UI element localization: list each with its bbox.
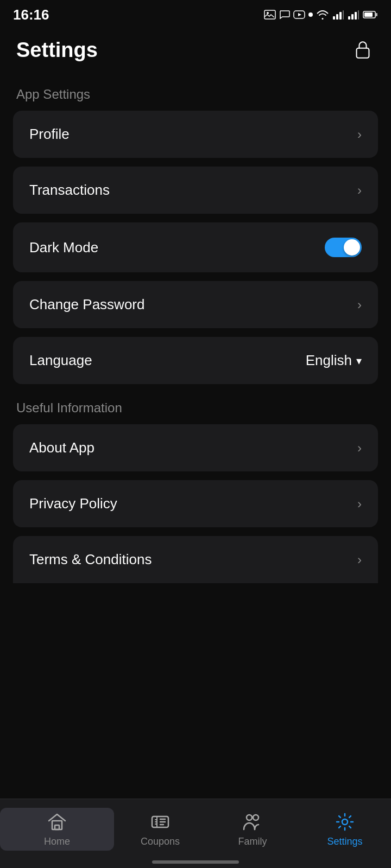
nav-home[interactable]: Home	[0, 808, 114, 851]
svg-rect-9	[351, 14, 354, 20]
language-selected: English	[306, 352, 352, 369]
profile-label: Profile	[29, 126, 70, 143]
notification-dot	[308, 12, 313, 17]
language-label: Language	[29, 352, 92, 369]
language-item[interactable]: Language English ▾	[13, 337, 378, 384]
home-icon	[46, 811, 68, 833]
svg-rect-8	[348, 16, 350, 20]
useful-information-header: Useful Information	[0, 384, 391, 424]
battery-icon	[363, 10, 378, 19]
transactions-item[interactable]: Transactions ›	[13, 167, 378, 214]
youtube-icon	[293, 10, 305, 19]
privacy-policy-chevron: ›	[357, 496, 362, 512]
svg-rect-14	[376, 13, 377, 16]
bottom-nav: Home Coupons Family	[0, 799, 391, 868]
family-nav-label: Family	[238, 836, 267, 847]
about-app-chevron: ›	[357, 441, 362, 456]
privacy-policy-item[interactable]: Privacy Policy ›	[13, 480, 378, 527]
app-settings-list: Profile › Transactions › Dark Mode Chang…	[0, 111, 391, 384]
signal-icon	[332, 10, 344, 20]
transactions-label: Transactions	[29, 182, 110, 199]
dark-mode-item[interactable]: Dark Mode	[13, 222, 378, 272]
svg-rect-5	[336, 14, 338, 20]
message-icon	[279, 10, 290, 20]
nav-indicator	[152, 860, 239, 864]
terms-conditions-chevron: ›	[357, 552, 362, 567]
svg-rect-0	[264, 10, 275, 19]
dark-mode-toggle[interactable]	[325, 238, 362, 257]
status-icons	[264, 9, 378, 20]
change-password-item[interactable]: Change Password ›	[13, 281, 378, 328]
terms-conditions-item[interactable]: Terms & Conditions ›	[13, 536, 378, 583]
toggle-thumb	[344, 239, 360, 256]
svg-rect-7	[343, 10, 344, 20]
language-dropdown-arrow: ▾	[356, 354, 362, 367]
privacy-policy-label: Privacy Policy	[29, 495, 117, 512]
svg-rect-11	[358, 10, 359, 20]
home-nav-label: Home	[44, 836, 70, 847]
svg-point-20	[253, 815, 258, 820]
svg-point-19	[247, 815, 252, 820]
svg-point-21	[342, 819, 348, 825]
about-app-label: About App	[29, 439, 94, 456]
svg-rect-17	[55, 825, 59, 829]
status-time: 16:16	[13, 7, 49, 23]
svg-point-1	[267, 12, 269, 14]
svg-marker-3	[298, 13, 301, 16]
settings-icon	[334, 811, 356, 833]
page-header: Settings	[0, 27, 391, 71]
wifi-icon	[316, 9, 329, 20]
transactions-chevron: ›	[357, 183, 362, 198]
image-icon	[264, 10, 276, 20]
svg-rect-6	[339, 12, 342, 20]
change-password-label: Change Password	[29, 296, 144, 313]
coupons-nav-label: Coupons	[141, 836, 180, 847]
app-settings-header: App Settings	[0, 71, 391, 111]
svg-rect-4	[333, 16, 335, 20]
dark-mode-label: Dark Mode	[29, 239, 98, 256]
lock-button[interactable]	[351, 38, 375, 62]
useful-info-list: About App › Privacy Policy ›	[0, 424, 391, 527]
status-bar: 16:16	[0, 0, 391, 27]
profile-chevron: ›	[357, 127, 362, 142]
page-title: Settings	[16, 39, 98, 62]
signal2-icon	[348, 10, 360, 20]
terms-conditions-label: Terms & Conditions	[29, 551, 152, 568]
svg-rect-13	[364, 12, 373, 17]
profile-item[interactable]: Profile ›	[13, 111, 378, 158]
nav-coupons[interactable]: Coupons	[114, 811, 206, 847]
settings-nav-label: Settings	[327, 836, 362, 847]
nav-family[interactable]: Family	[206, 811, 299, 847]
coupons-icon	[149, 811, 171, 833]
family-icon	[242, 811, 263, 833]
change-password-chevron: ›	[357, 297, 362, 312]
svg-rect-15	[357, 48, 369, 58]
nav-settings[interactable]: Settings	[299, 811, 391, 847]
toggle-track	[325, 238, 362, 257]
language-value-container: English ▾	[306, 352, 362, 369]
about-app-item[interactable]: About App ›	[13, 424, 378, 471]
svg-rect-10	[355, 12, 357, 20]
